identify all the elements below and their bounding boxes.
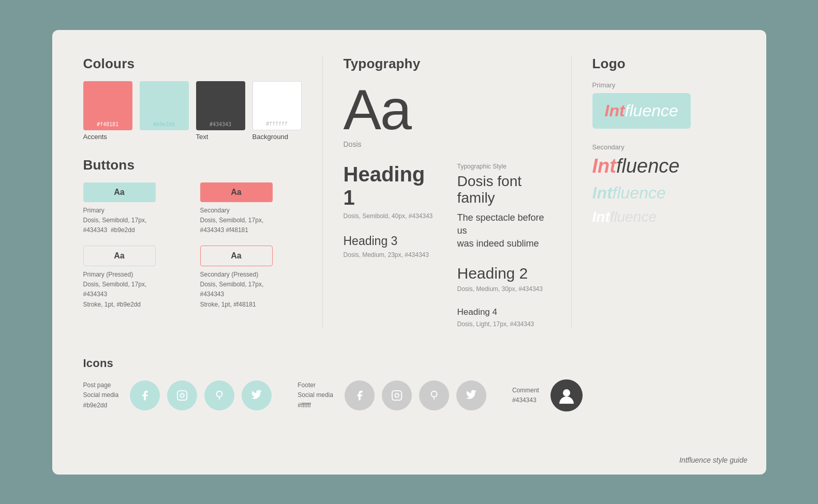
icons-footer-group: FooterSocial media#ffffff <box>298 380 486 410</box>
typographic-style-label: Typographic Style <box>457 163 551 170</box>
btn-secondary-pressed-desc: Secondary (Pressed)Dosis, Semibold, 17px… <box>200 270 302 310</box>
logo-text-white: Intfluence <box>592 209 657 225</box>
col-logo: Logo Primary Intfluence Secondary Intflu… <box>592 56 735 328</box>
icons-footer-label: FooterSocial media#ffffff <box>298 380 333 410</box>
col-separator-1 <box>322 56 323 328</box>
logo-primary-text: Intfluence <box>605 101 678 120</box>
font-label: Dosis <box>344 140 551 148</box>
typography-section: Typography Aa Dosis Heading 1 Dosis, Sem… <box>344 56 551 328</box>
col-typography: Typography Aa Dosis Heading 1 Dosis, Sem… <box>344 56 551 328</box>
buttons-title: Buttons <box>83 157 302 173</box>
icons-comment-label: Comment#434343 <box>512 386 539 405</box>
icons-section-title: Icons <box>83 357 735 370</box>
logo-row-pink: Intfluence <box>592 155 735 177</box>
typography-title: Typography <box>344 56 551 72</box>
swatch-text-box: #434343 <box>196 81 245 130</box>
swatch-teal-hex: #b9e2dd <box>153 121 175 127</box>
big-aa-display: Aa <box>344 81 551 138</box>
style-guide-card: Colours #f48181 Accents #b9e2dd <box>52 30 766 475</box>
icon-pin-white <box>419 380 449 410</box>
heading2-display: Heading 2 <box>457 265 551 282</box>
buttons-grid: Aa PrimaryDosis, Semibold, 17px,#434343 … <box>83 182 302 310</box>
icons-post-label: Post pageSocial media#b9e2dd <box>83 380 119 410</box>
colours-title: Colours <box>83 56 302 72</box>
swatch-teal: #b9e2dd <box>140 81 189 141</box>
swatch-text-label: Text <box>196 133 209 141</box>
btn-primary-item: Aa PrimaryDosis, Semibold, 17px,#434343 … <box>83 182 185 236</box>
typography-left: Heading 1 Dosis, Semibold, 40px, #434343… <box>344 163 437 328</box>
col-separator-2 <box>571 56 572 328</box>
typography-cols: Heading 1 Dosis, Semibold, 40px, #434343… <box>344 163 551 328</box>
swatch-accents-box: #f48181 <box>83 81 132 130</box>
colours-section: Colours #f48181 Accents #b9e2dd <box>83 56 302 141</box>
icons-post-page-group: Post pageSocial media#b9e2dd <box>83 380 272 410</box>
swatch-text: #434343 Text <box>196 81 245 141</box>
comment-avatar <box>551 379 583 411</box>
btn-primary[interactable]: Aa <box>83 182 156 202</box>
swatch-bg-hex: #ffffff <box>266 121 288 127</box>
btn-secondary-pressed-item: Aa Secondary (Pressed)Dosis, Semibold, 1… <box>200 246 302 310</box>
icon-tw-teal <box>242 380 272 410</box>
logo-row-white: Intfluence <box>592 209 735 225</box>
btn-primary-pressed-item: Aa Primary (Pressed)Dosis, Semibold, 17p… <box>83 246 185 310</box>
btn-secondary-item: Aa SecondaryDosis, Semibold, 17px,#43434… <box>200 182 302 236</box>
heading3-desc: Dosis, Medium, 23px, #434343 <box>344 251 437 258</box>
btn-primary-pressed[interactable]: Aa <box>83 246 156 266</box>
icon-fb-white <box>345 380 375 410</box>
svg-point-4 <box>563 389 570 396</box>
logo-primary-label: Primary <box>592 81 735 89</box>
swatch-accents: #f48181 Accents <box>83 81 132 141</box>
footer-watermark: Intfluence style guide <box>679 456 748 464</box>
btn-secondary-pressed[interactable]: Aa <box>200 246 273 266</box>
heading2-desc: Dosis, Medium, 30px, #434343 <box>457 285 551 293</box>
swatch-accents-label: Accents <box>83 133 107 141</box>
swatch-bg: #ffffff Background <box>252 81 302 141</box>
dosis-family: Dosis font family <box>457 173 551 206</box>
logo-section: Logo Primary Intfluence Secondary Intflu… <box>592 56 735 225</box>
sample-text: The spectacle before uswas indeed sublim… <box>457 211 551 251</box>
svg-rect-2 <box>392 391 401 400</box>
col-colours-buttons: Colours #f48181 Accents #b9e2dd <box>83 56 302 328</box>
btn-primary-pressed-desc: Primary (Pressed)Dosis, Semibold, 17px,#… <box>83 270 185 310</box>
logo-primary-box: Intfluence <box>592 93 691 129</box>
icon-ig-teal <box>167 380 197 410</box>
btn-secondary-desc: SecondaryDosis, Semibold, 17px,#434343 #… <box>200 206 302 236</box>
svg-rect-0 <box>177 391 187 400</box>
heading4-desc: Dosis, Light, 17px, #434343 <box>457 320 551 328</box>
icon-fb-teal <box>130 380 160 410</box>
icon-tw-white <box>456 380 486 410</box>
colour-swatches: #f48181 Accents #b9e2dd #434343 <box>83 81 302 141</box>
logo-text-pink: Intfluence <box>592 155 680 177</box>
heading1-display: Heading 1 <box>344 163 437 209</box>
buttons-section: Buttons Aa PrimaryDosis, Semibold, 17px,… <box>83 157 302 310</box>
logo-title: Logo <box>592 56 735 72</box>
btn-secondary[interactable]: Aa <box>200 182 273 202</box>
logo-text-teal: Intfluence <box>592 184 666 202</box>
swatch-bg-box: #ffffff <box>252 81 302 130</box>
swatch-teal-box: #b9e2dd <box>140 81 189 130</box>
icon-pin-teal <box>204 380 234 410</box>
heading4-display: Heading 4 <box>457 307 551 317</box>
typography-right: Typographic Style Dosis font family The … <box>457 163 551 328</box>
icons-full: Icons Post pageSocial media#b9e2dd <box>83 357 735 411</box>
swatch-bg-label: Background <box>252 133 288 141</box>
btn-primary-desc: PrimaryDosis, Semibold, 17px,#434343 #b9… <box>83 206 185 236</box>
icon-ig-white <box>382 380 412 410</box>
swatch-accents-hex: #f48181 <box>97 121 118 127</box>
icons-row-all: Post pageSocial media#b9e2dd FooterSocia… <box>83 379 735 411</box>
logo-secondary-label: Secondary <box>592 143 735 151</box>
swatch-text-hex: #434343 <box>210 121 231 127</box>
heading1-desc: Dosis, Semibold, 40px, #434343 <box>344 212 437 220</box>
heading3-display: Heading 3 <box>344 234 437 248</box>
icons-comment-group: Comment#434343 <box>512 379 583 411</box>
logo-row-teal: Intfluence <box>592 184 735 203</box>
